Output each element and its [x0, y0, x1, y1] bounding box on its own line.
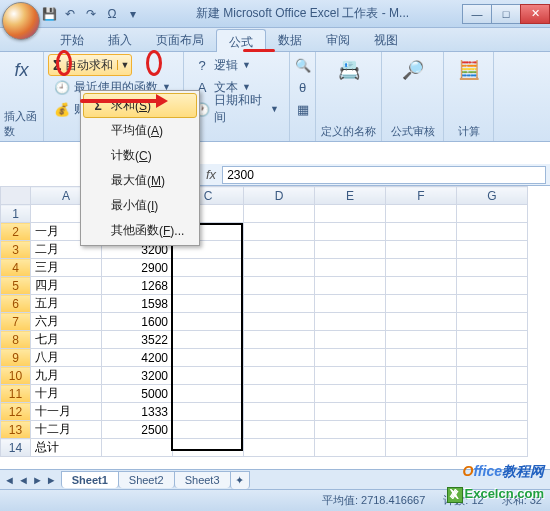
undo-icon[interactable]: ↶ [61, 5, 79, 23]
qat-dropdown-icon[interactable]: ▾ [124, 5, 142, 23]
cell[interactable]: 1268 [102, 277, 173, 295]
cell[interactable]: 4200 [102, 349, 173, 367]
col-header-F[interactable]: F [386, 187, 457, 205]
logical-button[interactable]: ?逻辑▼ [188, 54, 257, 76]
defined-names-button[interactable]: 📇 [329, 54, 369, 86]
cell[interactable] [457, 223, 528, 241]
cell[interactable] [315, 367, 386, 385]
row-header[interactable]: 6 [1, 295, 31, 313]
row-header[interactable]: 11 [1, 385, 31, 403]
cell[interactable]: 1333 [102, 403, 173, 421]
cell[interactable] [173, 403, 244, 421]
dropdown-item-max[interactable]: 最大值(M) [83, 168, 197, 193]
row-header[interactable]: 12 [1, 403, 31, 421]
col-header-D[interactable]: D [244, 187, 315, 205]
cell[interactable] [386, 223, 457, 241]
redo-icon[interactable]: ↷ [82, 5, 100, 23]
cell[interactable] [457, 277, 528, 295]
sheet-tab-new[interactable]: ✦ [230, 471, 250, 489]
cell[interactable] [386, 421, 457, 439]
cell[interactable]: 三月 [31, 259, 102, 277]
cell[interactable]: 3522 [102, 331, 173, 349]
cell[interactable]: 1600 [102, 313, 173, 331]
cell[interactable]: 十月 [31, 385, 102, 403]
row-header[interactable]: 2 [1, 223, 31, 241]
tab-view[interactable]: 视图 [362, 28, 410, 51]
cell[interactable] [244, 277, 315, 295]
row-header[interactable]: 9 [1, 349, 31, 367]
tab-layout[interactable]: 页面布局 [144, 28, 216, 51]
cell[interactable] [457, 241, 528, 259]
cell[interactable] [173, 331, 244, 349]
cell[interactable] [457, 439, 528, 457]
cell[interactable] [244, 349, 315, 367]
col-header-G[interactable]: G [457, 187, 528, 205]
cell[interactable] [244, 421, 315, 439]
cell[interactable] [457, 313, 528, 331]
row-header[interactable]: 1 [1, 205, 31, 223]
cell[interactable] [457, 421, 528, 439]
sheet-tab-3[interactable]: Sheet3 [174, 471, 231, 488]
cell[interactable] [386, 367, 457, 385]
cell[interactable] [102, 439, 173, 457]
print-icon[interactable]: Ω [103, 5, 121, 23]
cell[interactable] [244, 403, 315, 421]
math-button[interactable]: θ [289, 76, 317, 98]
col-header-E[interactable]: E [315, 187, 386, 205]
cell[interactable] [244, 385, 315, 403]
cell[interactable]: 十二月 [31, 421, 102, 439]
row-header[interactable]: 7 [1, 313, 31, 331]
cell[interactable] [386, 439, 457, 457]
cell[interactable] [315, 421, 386, 439]
row-header[interactable]: 14 [1, 439, 31, 457]
dropdown-item-average[interactable]: 平均值(A) [83, 118, 197, 143]
cell[interactable] [315, 205, 386, 223]
cell[interactable] [457, 349, 528, 367]
sheet-tab-2[interactable]: Sheet2 [118, 471, 175, 488]
cell[interactable] [173, 367, 244, 385]
cell[interactable] [457, 295, 528, 313]
cell[interactable] [315, 331, 386, 349]
tab-insert[interactable]: 插入 [96, 28, 144, 51]
cell[interactable] [244, 259, 315, 277]
cell[interactable] [173, 349, 244, 367]
cell[interactable] [244, 313, 315, 331]
lookup-button[interactable]: 🔍 [289, 54, 317, 76]
row-header[interactable]: 3 [1, 241, 31, 259]
cell[interactable] [173, 385, 244, 403]
cell[interactable] [244, 223, 315, 241]
tab-review[interactable]: 审阅 [314, 28, 362, 51]
cell[interactable]: 五月 [31, 295, 102, 313]
cell[interactable] [173, 421, 244, 439]
row-header[interactable]: 8 [1, 331, 31, 349]
dropdown-item-count[interactable]: 计数(C) [83, 143, 197, 168]
cell[interactable] [386, 349, 457, 367]
cell[interactable] [315, 259, 386, 277]
maximize-button[interactable]: □ [491, 4, 521, 24]
dropdown-item-other[interactable]: 其他函数(F)... [83, 218, 197, 243]
cell[interactable] [173, 313, 244, 331]
close-button[interactable]: ✕ [520, 4, 550, 24]
cell[interactable] [173, 277, 244, 295]
cell[interactable] [457, 403, 528, 421]
cell[interactable] [457, 385, 528, 403]
cell[interactable]: 六月 [31, 313, 102, 331]
cell[interactable] [386, 295, 457, 313]
cell[interactable]: 十一月 [31, 403, 102, 421]
cell[interactable]: 八月 [31, 349, 102, 367]
calculation-button[interactable]: 🧮 [449, 54, 489, 86]
cell[interactable]: 总计 [31, 439, 102, 457]
row-header[interactable]: 4 [1, 259, 31, 277]
dropdown-item-sum[interactable]: Σ 求和(S) [83, 93, 197, 118]
formula-audit-button[interactable]: 🔎 [393, 54, 433, 86]
cell[interactable] [244, 295, 315, 313]
row-header[interactable]: 10 [1, 367, 31, 385]
fx-icon[interactable]: fx [200, 167, 222, 182]
cell[interactable] [244, 367, 315, 385]
cell[interactable] [457, 205, 528, 223]
sheet-nav[interactable]: ◄ ◄ ► ► [0, 474, 61, 486]
office-button[interactable] [2, 2, 40, 40]
datetime-button[interactable]: 🕐日期和时间▼ [188, 98, 285, 120]
cell[interactable]: 1598 [102, 295, 173, 313]
cell[interactable] [315, 349, 386, 367]
